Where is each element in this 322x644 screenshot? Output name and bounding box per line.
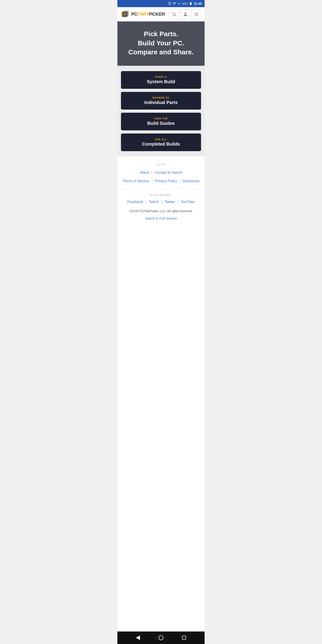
youtube-link[interactable]: YouTube (181, 200, 195, 204)
svg-rect-6 (195, 13, 198, 14)
battery-percent: 42% (182, 2, 188, 5)
alarm-icon (168, 2, 172, 5)
footer-social-links: Facebook | Twitch | Twitter | YouTube (121, 200, 201, 204)
back-button[interactable] (133, 633, 143, 643)
svg-rect-7 (195, 14, 198, 14)
tos-link[interactable]: Terms of Service (122, 179, 149, 183)
bottom-navigation (118, 632, 204, 644)
menu-button[interactable] (192, 10, 202, 19)
privacy-link[interactable]: Privacy Policy (155, 179, 177, 183)
back-icon (136, 636, 140, 640)
system-build-button[interactable]: START A System Build (121, 71, 201, 89)
nav-icons (169, 10, 202, 19)
twitter-link[interactable]: Twitter (164, 200, 175, 204)
hero-section: Pick Parts. Build Your PC. Compare and S… (118, 22, 204, 66)
status-bar: 42% 21:45 (118, 0, 204, 7)
home-icon (158, 635, 164, 640)
hero-headline: Pick Parts. Build Your PC. Compare and S… (122, 30, 200, 57)
footer-links-2: Terms of Service | Privacy Policy | Disc… (121, 178, 201, 184)
navbar: P PCPARTPICKER (118, 7, 204, 22)
recent-icon (182, 636, 186, 640)
contact-link[interactable]: Contact & Imprint (155, 170, 182, 174)
wifi-icon (173, 2, 176, 5)
status-time: 21:45 (194, 2, 202, 5)
home-button[interactable] (156, 633, 166, 643)
battery-icon (189, 2, 192, 5)
completed-builds-button[interactable]: SEE ALL Completed Builds (121, 134, 201, 151)
build-guides-button[interactable]: VIEW THE Build Guides (121, 113, 201, 130)
footer-links: About | Contact & Imprint (121, 170, 201, 176)
footer: PCPP About | Contact & Imprint Terms of … (118, 156, 204, 632)
account-icon (183, 12, 188, 16)
twitch-link[interactable]: Twitch (149, 200, 159, 204)
svg-rect-8 (195, 15, 198, 16)
pcpp-label: PCPP (121, 163, 201, 166)
search-icon (172, 12, 176, 16)
footer-divider (121, 189, 201, 189)
svg-text:P: P (124, 12, 126, 16)
logo: P PCPARTPICKER (120, 10, 165, 19)
signal-icon (177, 2, 181, 5)
switch-version: Switch to Full Version (121, 216, 201, 220)
hamburger-icon (194, 12, 199, 16)
svg-line-5 (175, 15, 176, 16)
disclosure-link[interactable]: Disclosure (183, 179, 200, 183)
actions-section: START A System Build BROWSE BY Individua… (118, 66, 204, 156)
recent-apps-button[interactable] (179, 633, 189, 643)
search-button[interactable] (169, 10, 179, 19)
switch-version-link[interactable]: Switch to Full Version (145, 216, 177, 220)
about-link[interactable]: About (140, 170, 149, 174)
elsewhere-label: ELSEWHERE (121, 194, 201, 197)
facebook-link[interactable]: Facebook (128, 200, 143, 204)
logo-text: PCPARTPICKER (131, 12, 165, 17)
account-button[interactable] (180, 10, 190, 19)
individual-parts-button[interactable]: BROWSE BY Individual Parts (121, 92, 201, 110)
copyright: ©2018 PCPartPicker, LLC. All rights rese… (121, 209, 201, 213)
status-icons: 42% (168, 2, 192, 5)
logo-icon: P (120, 10, 130, 19)
svg-point-4 (173, 13, 175, 16)
